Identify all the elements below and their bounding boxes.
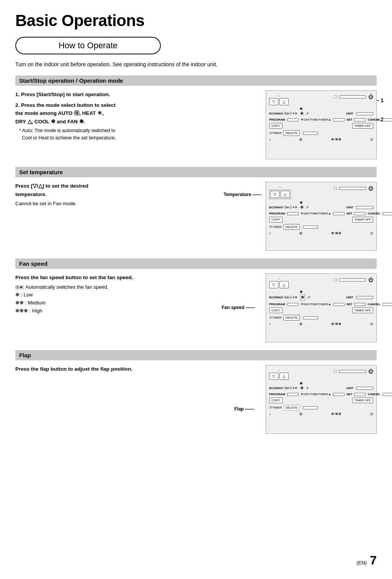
copy-row-2: COPY TIMER OFF (269, 217, 373, 222)
copy-btn[interactable]: COPY (269, 123, 283, 129)
extra-btn2[interactable] (303, 226, 318, 229)
intro-text: Turn on the indoor unit before operation… (15, 61, 377, 69)
daytime-btn-4[interactable] (333, 393, 345, 396)
program-row: PROGRAM ▼DAY/TIME/TIMER▲ SET CANCEL (269, 118, 373, 121)
program-btn-2[interactable] (287, 212, 299, 215)
delete-btn-4[interactable]: DELETE (283, 405, 300, 411)
copy-btn-4[interactable]: COPY (269, 397, 283, 403)
remote-control-4: ↓ ▽ △ ⏻ ▣ ECONAVI ⓐ●◎☀❄ (266, 365, 377, 434)
bottom-icons: ♪ ⊞ ❋/❋❋ ⊡ (269, 137, 373, 141)
page-footer: (EN) 7 (356, 553, 377, 568)
down-btn-4[interactable]: ▽ (269, 373, 278, 380)
copy-btn-2[interactable]: COPY (269, 217, 283, 222)
remote-diagram-fan: Fan speed —— ↓ ▽ △ ⏻ (266, 273, 377, 342)
temperature-callout-label: Temperature —— (224, 192, 261, 197)
start-stop-btn-2[interactable] (339, 187, 366, 190)
daytime-btn-3[interactable] (333, 303, 345, 306)
multi-fan-icon: ❋/❋❋ (331, 137, 341, 141)
grid-icon: ⊞ (299, 137, 302, 141)
auto-note: * Auto: The mode is automatically switch… (19, 127, 258, 142)
power-icon-3: ⏻ (368, 277, 373, 283)
fan-speed-callout-label: Fan speed —— (222, 305, 255, 310)
page-number: 7 (370, 553, 377, 568)
timer-off-btn-2[interactable]: TIMER OFF (352, 217, 373, 222)
start-stop-btn-4[interactable] (339, 370, 366, 373)
multi-fan-icon-3: ❋/❋❋ (331, 322, 341, 326)
delete-row-4: ⏱TIMER DELETE (269, 405, 373, 411)
set-btn-4[interactable] (354, 393, 366, 396)
up-btn-2[interactable]: △ (281, 191, 290, 198)
extra-btn4[interactable] (303, 406, 318, 409)
start-stop-btn[interactable] (339, 95, 366, 98)
delete-btn[interactable]: DELETE (283, 130, 300, 136)
unit-btn[interactable] (356, 112, 373, 115)
cancel-btn-2[interactable] (382, 212, 392, 215)
multi-fan-icon-2: ❋/❋❋ (331, 231, 341, 235)
unit-btn-3[interactable] (356, 296, 373, 299)
power-icon-2: ⏻ (368, 185, 373, 191)
bottom-icons-3: ♪ ⊞ ❋/❋❋ ⊡ (269, 322, 373, 326)
bottom-icons-2: ♪ ⊞ ❋/❋❋ ⊡ (269, 231, 373, 235)
set-btn-3[interactable] (354, 303, 366, 306)
section-header-flap: Flap (15, 350, 377, 360)
delete-btn-3[interactable]: DELETE (283, 315, 300, 321)
music-icon-4: ♪ (269, 412, 271, 416)
extra-btn1[interactable] (303, 132, 318, 135)
up-btn-3[interactable]: △ (279, 281, 289, 288)
start-stop-btn-3[interactable] (339, 278, 366, 281)
music-icon-3: ♪ (269, 322, 271, 326)
fan-low: ❋ : Low (15, 291, 254, 299)
page-en-label: (EN) (356, 560, 367, 566)
program-row-4: PROGRAM ▼DAY/TIME/TIMER▲ SET CANCEL (269, 393, 373, 396)
up-btn-4[interactable]: △ (279, 373, 289, 380)
unit-btn-2[interactable] (356, 206, 373, 209)
temp-instruction: Press [▽/△] to set the desiredtemperatur… (15, 182, 254, 198)
power-icon: ⏻ (368, 94, 373, 100)
unit-btn-4[interactable] (356, 387, 373, 390)
program-row-2: PROGRAM ▼DAY/TIME/TIMER▲ SET CANCEL (269, 212, 373, 215)
section-start-stop: Start/Stop operation / Operation mode 1.… (15, 75, 377, 159)
program-btn-3[interactable] (287, 303, 299, 306)
set-btn[interactable] (354, 118, 366, 121)
timer-off-btn-3[interactable]: TIMER OFF (352, 307, 373, 313)
section-text-start-stop: 1. Press [Start/Stop] to start operation… (15, 90, 258, 142)
signal-indicator-2: ▣ (300, 201, 373, 204)
set-btn-2[interactable] (354, 212, 366, 215)
grid-icon-2: ⊞ (299, 231, 302, 235)
section-header-start-stop: Start/Stop operation / Operation mode (15, 75, 377, 86)
remote-control-3: ↓ ▽ △ ⏻ ▣ ECONAVI ⓐ●◎☀❄ (266, 273, 377, 342)
timer-off-btn-4[interactable]: TIMER OFF (352, 397, 373, 403)
page-title: Basic Operations (15, 11, 377, 30)
copy-row: COPY TIMER OFF (269, 123, 373, 129)
econavi-row: ECONAVI ⓐ●◎☀❄ ❋ ↗ UNIT (269, 111, 373, 116)
grid-icon-3: ⊞ (299, 322, 302, 326)
down-btn-3[interactable]: ▽ (269, 281, 278, 288)
delete-btn-2[interactable]: DELETE (283, 224, 300, 230)
fan-instruction: Press the fan speed button to set the fa… (15, 273, 254, 282)
signal-box-icon: ⊡ (370, 137, 373, 141)
cancel-btn-4[interactable] (382, 393, 392, 396)
timer-off-btn[interactable]: TIMER OFF (352, 123, 373, 129)
extra-btn3[interactable] (303, 316, 318, 319)
delete-row-2: ⏱TIMER DELETE (269, 224, 373, 230)
econavi-row-4: ECONAVI ⓐ●◎☀❄ ❋ ↗ UNIT (269, 386, 373, 391)
copy-btn-3[interactable]: COPY (269, 307, 283, 313)
step-2: 2. Press the mode select button to selec… (15, 101, 258, 126)
cancel-btn-3[interactable] (382, 303, 392, 306)
power-icon-4: ⏻ (368, 368, 373, 374)
down-btn[interactable]: ▽ (269, 98, 278, 105)
copy-row-4: COPY TIMER OFF (269, 397, 373, 403)
music-icon-2: ♪ (269, 231, 271, 235)
bottom-icons-4: ♪ ⊞ ❋/❋❋ ⊡ (269, 412, 373, 416)
section-flap: Flap Press the flap button to adjust the… (15, 350, 377, 434)
daytime-btn[interactable] (333, 118, 345, 121)
delete-row-3: ⏱TIMER DELETE (269, 315, 373, 321)
program-btn[interactable] (287, 118, 299, 121)
cancel-btn[interactable] (382, 118, 392, 121)
daytime-btn-2[interactable] (333, 212, 345, 215)
program-btn-4[interactable] (287, 393, 299, 396)
up-btn[interactable]: △ (279, 98, 289, 105)
down-btn-2[interactable]: ▽ (270, 191, 279, 198)
signal-box-icon-2: ⊡ (370, 231, 373, 235)
how-to-operate-banner: How to Operate (15, 37, 161, 54)
